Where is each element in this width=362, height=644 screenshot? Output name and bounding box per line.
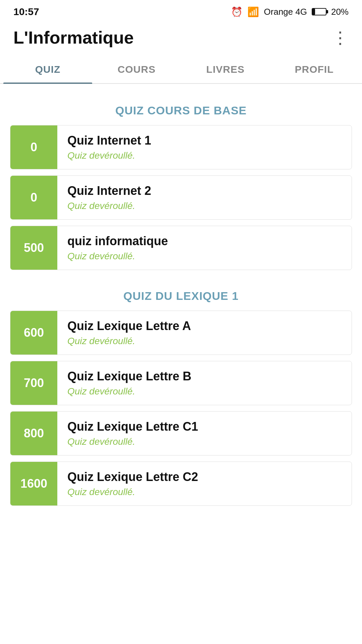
quiz-score: 500 [10, 226, 57, 270]
quiz-status: Quiz devéroullé. [67, 487, 198, 497]
quiz-info: quiz informatique Quiz devéroullé. [57, 226, 178, 270]
carrier-label: Orange 4G [264, 7, 307, 17]
quiz-score: 1600 [10, 462, 57, 505]
tab-quiz[interactable]: QUIZ [3, 54, 92, 83]
quiz-title: quiz informatique [67, 234, 168, 248]
quiz-score: 0 [10, 176, 57, 219]
quiz-score: 800 [10, 412, 57, 455]
tab-profil[interactable]: PROFIL [270, 54, 359, 83]
quiz-status: Quiz devéroullé. [67, 251, 168, 262]
quiz-info: Quiz Lexique Lettre C1 Quiz devéroullé. [57, 412, 208, 455]
quiz-item-internet-2[interactable]: 0 Quiz Internet 2 Quiz devéroullé. [10, 175, 352, 220]
battery-label: 20% [331, 7, 349, 17]
alarm-icon: ⏰ [231, 6, 243, 17]
quiz-status: Quiz devéroullé. [67, 201, 151, 211]
quiz-status: Quiz devéroullé. [67, 436, 198, 447]
quiz-item-lexique-c1[interactable]: 800 Quiz Lexique Lettre C1 Quiz devéroul… [10, 411, 352, 455]
section-header-lexique-1: QUIZ DU LEXIQUE 1 [10, 276, 352, 311]
tab-livres[interactable]: LIVRES [181, 54, 270, 83]
quiz-info: Quiz Lexique Lettre C2 Quiz devéroullé. [57, 462, 208, 505]
quiz-score: 600 [10, 311, 57, 355]
quiz-title: Quiz Lexique Lettre C2 [67, 470, 198, 484]
quiz-title: Quiz Lexique Lettre A [67, 319, 191, 333]
app-title: L'Informatique [13, 28, 134, 48]
quiz-status: Quiz devéroullé. [67, 386, 191, 397]
quiz-item-lexique-a[interactable]: 600 Quiz Lexique Lettre A Quiz devéroull… [10, 311, 352, 355]
battery-icon [312, 8, 326, 15]
tab-bar: QUIZ COURS LIVRES PROFIL [0, 54, 362, 84]
quiz-status: Quiz devéroullé. [67, 150, 151, 161]
more-options-button[interactable]: ⋮ [332, 29, 349, 46]
quiz-item-internet-1[interactable]: 0 Quiz Internet 1 Quiz devéroullé. [10, 125, 352, 169]
quiz-score: 0 [10, 125, 57, 169]
quiz-score: 700 [10, 361, 57, 405]
quiz-title: Quiz Lexique Lettre C1 [67, 420, 198, 434]
quiz-info: Quiz Internet 1 Quiz devéroullé. [57, 125, 161, 169]
quiz-item-lexique-b[interactable]: 700 Quiz Lexique Lettre B Quiz devéroull… [10, 361, 352, 405]
section-header-cours-de-base: QUIZ COURS DE BASE [10, 91, 352, 125]
quiz-item-informatique[interactable]: 500 quiz informatique Quiz devéroullé. [10, 226, 352, 270]
quiz-title: Quiz Lexique Lettre B [67, 369, 191, 383]
quiz-item-lexique-c2[interactable]: 1600 Quiz Lexique Lettre C2 Quiz devérou… [10, 462, 352, 506]
status-right: ⏰ 📶 Orange 4G 20% [231, 6, 349, 17]
quiz-title: Quiz Internet 1 [67, 133, 151, 148]
content-area: QUIZ COURS DE BASE 0 Quiz Internet 1 Qui… [0, 84, 362, 519]
status-time: 10:57 [13, 6, 39, 17]
status-bar: 10:57 ⏰ 📶 Orange 4G 20% [0, 0, 362, 21]
quiz-status: Quiz devéroullé. [67, 336, 191, 346]
tab-cours[interactable]: COURS [92, 54, 181, 83]
top-bar: L'Informatique ⋮ [0, 21, 362, 54]
quiz-info: Quiz Internet 2 Quiz devéroullé. [57, 176, 161, 219]
signal-icon: 📶 [247, 6, 259, 17]
quiz-info: Quiz Lexique Lettre A Quiz devéroullé. [57, 311, 201, 355]
quiz-title: Quiz Internet 2 [67, 184, 151, 198]
quiz-info: Quiz Lexique Lettre B Quiz devéroullé. [57, 361, 201, 405]
